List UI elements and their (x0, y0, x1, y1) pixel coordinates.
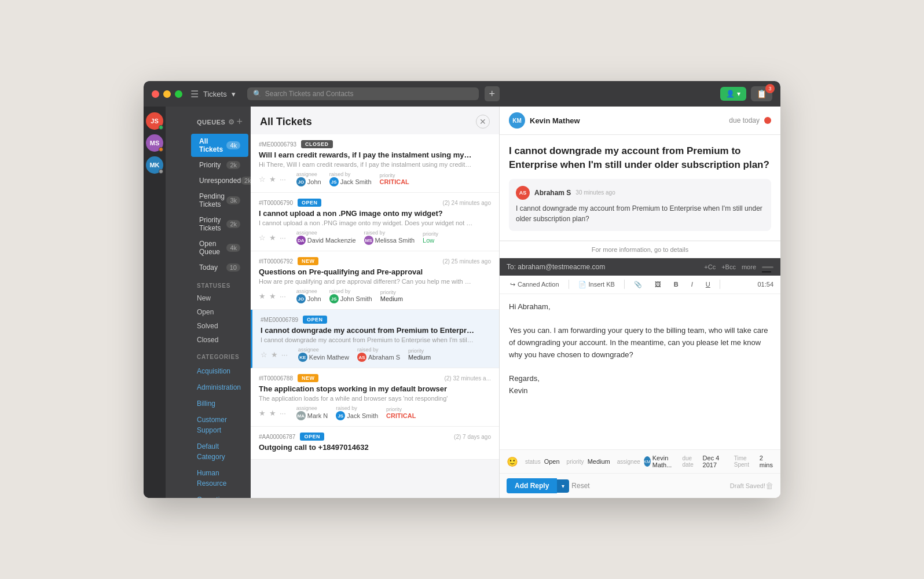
priority-label: priority (408, 348, 431, 354)
agent-avatar-mk[interactable]: MK (146, 156, 163, 174)
bold-button[interactable]: B (670, 279, 682, 290)
due-date-value: Dec 4 2017 (703, 455, 727, 468)
sidebar-status-item[interactable]: Open (189, 305, 251, 319)
sidebar-queue-item[interactable]: Open Queue 4k (191, 236, 248, 259)
assignee-label: assignee (296, 171, 321, 177)
reply-body[interactable]: Hi Abraham, Yes you can. I am forwarding… (500, 294, 780, 449)
message-bubble: AS Abraham S 30 minutes ago I cannot dow… (509, 179, 771, 231)
close-window-button[interactable] (152, 90, 159, 98)
canned-action-button[interactable]: ↪ Canned Action (507, 279, 563, 290)
ticket-top-row: #IT00006790 OPEN (2) 24 minutes ago (259, 199, 491, 207)
star-icon[interactable]: ★ (259, 292, 266, 301)
flag-icon[interactable]: ★ (271, 350, 278, 359)
more-info-link[interactable]: For more information, go to details (500, 241, 780, 258)
bubble-avatar: AS (516, 186, 530, 200)
sidebar-category-item[interactable]: Default Category (189, 438, 251, 464)
queues-label: QUEUES ⚙ (197, 118, 235, 126)
ticket-item[interactable]: #AA00006787 OPEN (2) 7 days ago Outgoing… (251, 427, 499, 460)
sidebar-status-item[interactable]: Closed (189, 333, 251, 347)
close-panel-button[interactable]: ✕ (476, 115, 490, 129)
ticket-top-row: #ME00006789 OPEN (261, 316, 491, 324)
ticket-item[interactable]: #IT00006792 NEW (2) 25 minutes ago Quest… (251, 251, 499, 310)
queue-item-label: Priority (199, 161, 221, 169)
ticket-list-title: All Tickets (260, 116, 312, 128)
more-icon[interactable]: ··· (280, 233, 286, 242)
emoji-button[interactable]: 🙂 (507, 456, 518, 467)
italic-button[interactable]: I (688, 279, 696, 290)
ticket-subject: Questions on Pre-qualifying and Pre-appr… (259, 267, 473, 276)
sidebar-queue-item[interactable]: Unresponded 2k (191, 173, 248, 188)
timer: 01:54 (757, 281, 773, 288)
sidebar-category-item[interactable]: Billing (189, 395, 251, 411)
flag-icon[interactable]: ★ (269, 233, 276, 242)
flag-icon[interactable]: ★ (269, 175, 276, 184)
star-icon[interactable]: ☆ (259, 175, 266, 184)
agent-status-button[interactable]: 👤 ▾ (720, 87, 746, 101)
ticket-actions: ☆ ★ ··· (261, 350, 288, 359)
sidebar: JS MS MK QUEUES (144, 107, 251, 498)
settings-icon[interactable]: ⚙ (228, 118, 235, 126)
ticket-item[interactable]: #IT00006790 OPEN (2) 24 minutes ago I ca… (251, 193, 499, 251)
star-icon[interactable]: ★ (259, 409, 266, 417)
sidebar-category-item[interactable]: Human Resource (189, 464, 251, 491)
flag-icon[interactable]: ★ (269, 292, 276, 301)
ticket-item[interactable]: #ME00006789 OPEN I cannot downgrade my a… (251, 310, 499, 368)
sidebar-queue-item[interactable]: Pending Tickets 3k (191, 189, 248, 212)
sidebar-category-item[interactable]: Acquisition (189, 362, 251, 379)
sidebar-status-item[interactable]: Solved (189, 319, 251, 333)
star-icon[interactable]: ☆ (259, 233, 266, 242)
image-button[interactable]: 🖼 (651, 279, 665, 290)
more-button[interactable]: more (742, 263, 756, 270)
flag-icon[interactable]: ★ (269, 409, 276, 417)
notifications-button[interactable]: 📋 3 (751, 86, 772, 101)
reset-button[interactable]: Reset (571, 482, 589, 490)
add-reply-button[interactable]: Add Reply (507, 478, 557, 493)
cc-button[interactable]: +Cc (704, 263, 716, 270)
more-icon[interactable]: ··· (280, 175, 286, 184)
reply-to-actions: +Cc +Bcc more — (704, 263, 773, 270)
sidebar-queue-item[interactable]: Priority Tickets 2k (191, 212, 248, 236)
detail-title-section: I cannot downgrade my account from Premi… (500, 135, 780, 241)
more-icon[interactable]: ··· (280, 292, 286, 301)
add-reply-dropdown[interactable]: ▾ (557, 479, 569, 493)
agent-avatar-ms[interactable]: MS (146, 134, 163, 152)
maximize-window-button[interactable] (175, 90, 182, 98)
ticket-item[interactable]: #ME00006793 CLOSED Will I earn credit re… (251, 134, 499, 193)
sidebar-category-item[interactable]: Administration (189, 379, 251, 395)
minimize-button[interactable]: — (762, 266, 773, 268)
agent-avatar: KM (509, 112, 525, 129)
agent-avatar-js[interactable]: JS (146, 112, 163, 130)
queue-item-count: 2k (226, 161, 240, 169)
underline-button[interactable]: U (702, 279, 714, 290)
search-input[interactable] (265, 90, 473, 98)
sidebar-category-item[interactable]: Customer Support (189, 411, 251, 438)
assignee-field: assignee KE Kevin Mathew (298, 347, 349, 362)
bcc-button[interactable]: +Bcc (721, 263, 736, 270)
priority-field: priority Medium (408, 348, 431, 361)
status-item-label: Solved (197, 322, 218, 330)
ticket-meta-row: ☆ ★ ··· assignee KE Kevin Mathew raised … (261, 347, 491, 362)
ticket-item[interactable]: #IT00006788 NEW (2) 32 minutes a... The … (251, 368, 499, 427)
sidebar-status-item[interactable]: New (189, 291, 251, 305)
categories-section-title: CATEGORIES (189, 347, 251, 362)
raised-field: raised by JS John Smith (329, 288, 372, 303)
attachment-button[interactable]: 📎 (630, 279, 646, 290)
raised-avatar: MS (364, 236, 373, 245)
star-icon[interactable]: ☆ (261, 350, 267, 359)
chevron-down-icon[interactable]: ▾ (232, 90, 236, 98)
search-bar[interactable]: 🔍 (247, 87, 479, 100)
sidebar-queue-item[interactable]: Priority 2k (191, 157, 248, 173)
sidebar-queue-item[interactable]: All Tickets 4k (191, 134, 248, 157)
delete-draft-button[interactable]: 🗑 (765, 481, 773, 490)
more-icon[interactable]: ··· (280, 409, 286, 417)
assignee-field: assignee JO John (296, 288, 321, 303)
add-button[interactable]: + (485, 86, 500, 101)
more-icon[interactable]: ··· (281, 350, 288, 359)
ticket-top-row: #IT00006788 NEW (2) 32 minutes a... (259, 374, 491, 382)
insert-kb-button[interactable]: 📄 Insert KB (575, 279, 618, 290)
sidebar-queue-item[interactable]: Today 10 (191, 260, 248, 275)
assignee-value: JO John (296, 177, 321, 186)
sidebar-category-item[interactable]: Operations (189, 491, 251, 498)
add-queue-button[interactable]: + (236, 116, 243, 128)
minimize-window-button[interactable] (163, 90, 171, 98)
